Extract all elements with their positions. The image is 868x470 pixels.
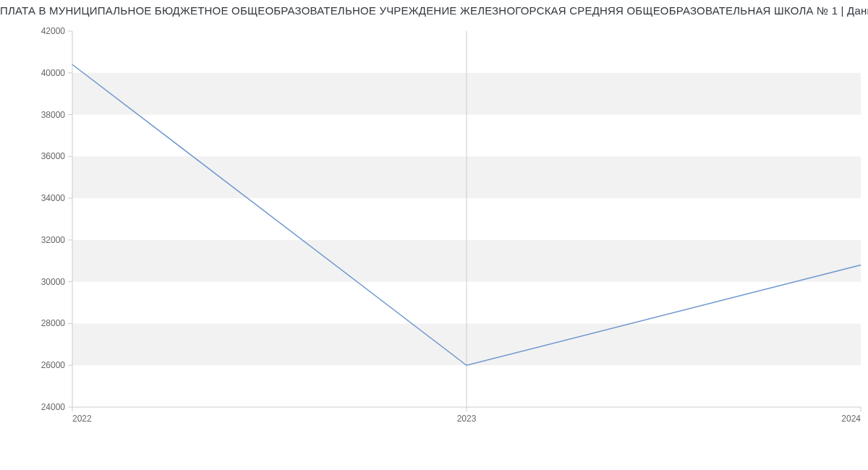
y-tick-label: 26000 [41,360,66,370]
x-tick-label: 2022 [72,414,92,424]
y-tick-label: 30000 [41,277,66,287]
y-tick-label: 28000 [41,318,66,328]
chart-area: 2400026000280003000032000340003600038000… [0,17,868,465]
chart-title: ПЛАТА В МУНИЦИПАЛЬНОЕ БЮДЖЕТНОЕ ОБЩЕОБРА… [0,0,868,17]
y-tick-label: 34000 [41,193,66,203]
y-tick-label: 32000 [41,235,66,245]
y-tick-label: 42000 [41,26,66,36]
y-tick-label: 38000 [41,110,66,120]
chart-svg: 2400026000280003000032000340003600038000… [0,17,868,465]
y-tick-label: 24000 [41,402,66,412]
x-tick-label: 2023 [457,414,477,424]
y-tick-label: 36000 [41,151,66,161]
x-tick-label: 2024 [841,414,861,424]
y-tick-label: 40000 [41,68,66,78]
